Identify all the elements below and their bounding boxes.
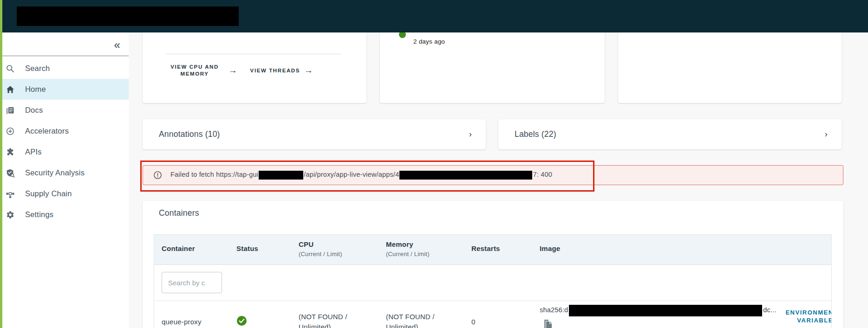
column-header-status: Status: [236, 240, 299, 259]
arrow-right-icon: →: [228, 65, 238, 76]
table-row: queue-proxy (NOT FOUND / Unlimited) (NOT…: [154, 301, 831, 328]
sidebar-item-search[interactable]: Search: [0, 58, 129, 79]
column-header-memory: Memory(Current / Limit): [386, 240, 471, 259]
sidebar-item-label: Search: [25, 64, 50, 73]
image-cell: sha256:ddc...: [540, 305, 781, 328]
restarts-cell: 0: [471, 317, 540, 327]
view-cpu-and-memory-label: VIEW CPU AND MEMORY: [165, 64, 224, 77]
supply-chain-icon: [5, 189, 15, 199]
sidebar: « Search Home Docs: [0, 32, 129, 328]
error-alert: Failed to fetch https://tap-gui/api/prox…: [143, 165, 843, 185]
redacted-logo: [17, 6, 239, 26]
sidebar-item-label: Settings: [25, 210, 53, 219]
container-search-input[interactable]: [162, 272, 222, 293]
annotations-title: Annotations (10): [159, 129, 220, 139]
puzzle-icon: [5, 147, 15, 157]
search-icon: [5, 64, 15, 74]
sidebar-item-docs[interactable]: Docs: [0, 100, 129, 121]
sidebar-item-label: Home: [25, 85, 46, 94]
card-divider: [166, 54, 341, 54]
sidebar-item-label: Accelerators: [25, 127, 69, 135]
alert-message: Failed to fetch https://tap-gui/api/prox…: [170, 171, 552, 180]
sidebar-collapse-button[interactable]: «: [114, 39, 120, 51]
labels-title: Labels (22): [515, 129, 556, 139]
activity-timestamp: 2 days ago: [413, 38, 445, 45]
environment-variables-link[interactable]: ENVIRONMENT VARIABLES: [768, 309, 832, 324]
actions-cell: ENVIRONMENT VARIABLES: [781, 305, 831, 328]
redacted-text: [399, 171, 532, 180]
containers-table: Container Status CPU(Current / Limit) Me…: [154, 234, 832, 328]
column-header-image: Image: [540, 240, 781, 259]
column-header-restarts: Restarts: [471, 240, 540, 259]
sidebar-item-supply-chain[interactable]: Supply Chain: [0, 183, 129, 204]
sidebar-divider: [0, 56, 129, 56]
left-accent-stripe: [0, 0, 2, 328]
accelerators-icon: [5, 126, 15, 136]
chevron-right-icon: ›: [825, 129, 828, 139]
containers-card: Containers Container Status CPU(Current …: [143, 201, 843, 328]
empty-card: [618, 21, 842, 103]
status-check-icon: [236, 315, 299, 328]
sidebar-item-label: Supply Chain: [25, 189, 72, 198]
sidebar-item-apis[interactable]: APIs: [0, 141, 129, 162]
alert-info-icon: [153, 171, 162, 180]
redacted-text: [569, 305, 762, 316]
shield-check-icon: [5, 168, 15, 178]
column-header-cpu: CPU(Current / Limit): [299, 240, 386, 259]
activity-card: [380, 21, 605, 103]
redacted-text: [259, 171, 303, 180]
sidebar-nav: Search Home Docs Accelerators: [0, 58, 129, 225]
memory-cell: (NOT FOUND / Unlimited): [386, 312, 471, 328]
gear-icon: [5, 210, 15, 220]
labels-panel[interactable]: Labels (22) ›: [498, 119, 842, 149]
sidebar-item-label: Security Analysis: [25, 168, 85, 177]
sidebar-item-home[interactable]: Home: [0, 79, 129, 100]
view-threads-link[interactable]: VIEW THREADS →: [250, 65, 314, 76]
containers-title: Containers: [159, 208, 199, 218]
sidebar-item-label: Docs: [25, 106, 43, 115]
top-header-bar: [0, 0, 868, 32]
sidebar-item-label: APIs: [25, 148, 42, 156]
column-header-actions: [781, 240, 831, 259]
column-header-container: Container: [162, 240, 236, 259]
app-window: « Search Home Docs: [0, 0, 868, 328]
annotations-panel[interactable]: Annotations (10) ›: [143, 119, 486, 149]
sidebar-item-accelerators[interactable]: Accelerators: [0, 121, 129, 141]
chevron-right-icon: ›: [469, 129, 472, 139]
view-threads-label: VIEW THREADS: [250, 67, 300, 74]
view-cpu-and-memory-link[interactable]: VIEW CPU AND MEMORY →: [165, 64, 238, 77]
cpu-cell: (NOT FOUND / Unlimited): [299, 312, 386, 328]
metrics-card: VIEW CPU AND MEMORY → VIEW THREADS →: [143, 21, 366, 103]
docs-icon: [5, 105, 15, 116]
sidebar-item-settings[interactable]: Settings: [0, 204, 129, 225]
copy-icon[interactable]: [542, 319, 554, 328]
table-filter-row: [154, 265, 831, 301]
sidebar-item-security-analysis[interactable]: Security Analysis: [0, 162, 129, 183]
home-icon: [5, 84, 15, 95]
arrow-right-icon: →: [304, 65, 314, 76]
table-header-row: Container Status CPU(Current / Limit) Me…: [154, 234, 831, 265]
container-name: queue-proxy: [162, 317, 236, 327]
